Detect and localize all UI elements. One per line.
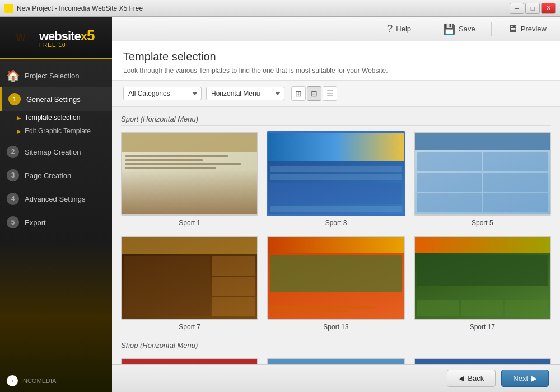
s3-row4 bbox=[270, 206, 401, 212]
close-button[interactable]: ✕ bbox=[541, 3, 556, 14]
s1-img bbox=[122, 170, 257, 214]
view-btn-medium[interactable]: ⊟ bbox=[307, 86, 321, 101]
template-grid-shop: Shop 1 bbox=[121, 358, 551, 364]
template-card-shop3[interactable]: Shop 3 bbox=[414, 358, 551, 364]
app-icon bbox=[4, 4, 13, 13]
s5-cell1 bbox=[417, 152, 482, 171]
s3-top bbox=[268, 133, 403, 161]
home-icon: 🏠 bbox=[7, 69, 19, 82]
template-card-sport7[interactable]: Sport 7 bbox=[121, 236, 258, 331]
thumb-inner-sport13 bbox=[268, 237, 403, 319]
s5-header bbox=[415, 133, 550, 150]
template-card-sport17[interactable]: Sport 17 bbox=[414, 236, 551, 331]
next-button[interactable]: Next ▶ bbox=[501, 370, 549, 387]
template-card-sport13[interactable]: Sport 13 bbox=[267, 236, 404, 331]
shop2-header bbox=[268, 359, 403, 364]
category-filter[interactable]: All Categories Sport Shop Business bbox=[123, 87, 202, 100]
thumb-inner-sport17 bbox=[415, 237, 550, 319]
s5-cell3 bbox=[417, 173, 482, 192]
thumb-inner-shop2 bbox=[268, 359, 403, 364]
s17-cell3 bbox=[505, 300, 548, 316]
preview-button[interactable]: 🖥 Preview bbox=[503, 21, 551, 37]
filter-bar: All Categories Sport Shop Business Horiz… bbox=[112, 81, 560, 107]
save-label: Save bbox=[459, 25, 475, 33]
back-button[interactable]: ◀ Back bbox=[447, 370, 496, 387]
template-area: Sport (Horizontal Menu) bbox=[112, 107, 560, 364]
toolbar-sep-1 bbox=[427, 22, 427, 36]
help-button[interactable]: ? Help bbox=[382, 21, 416, 37]
sidebar-label-advanced: Advanced Settings bbox=[25, 195, 85, 203]
s13-img bbox=[270, 255, 401, 292]
sidebar-label-sitemap: Sitemap Creation bbox=[25, 148, 81, 156]
sidebar-label-project: Project Selection bbox=[25, 72, 80, 80]
sidebar-subitem-template-selection[interactable]: ▶ Template selection bbox=[0, 111, 112, 124]
category-sport-label: Sport (Horizontal Menu) bbox=[121, 114, 551, 126]
view-buttons: ⊞ ⊟ ☰ bbox=[291, 86, 337, 101]
shop3-header bbox=[415, 359, 550, 364]
sub-item-label-template: Template selection bbox=[25, 114, 80, 122]
s5-cell6 bbox=[483, 193, 548, 212]
thumb-inner-sport3 bbox=[268, 133, 403, 214]
s17-header bbox=[415, 237, 550, 253]
menu-filter[interactable]: Horizontal Menu Vertical Menu Drop-down … bbox=[206, 87, 284, 100]
content-area: ? Help 💾 Save 🖥 Preview Template selecti… bbox=[112, 17, 560, 392]
template-thumb-sport5 bbox=[414, 132, 551, 216]
template-card-shop1[interactable]: Shop 1 bbox=[121, 358, 258, 364]
sidebar-item-export[interactable]: 5 Export bbox=[0, 211, 112, 234]
s3-row1 bbox=[270, 166, 401, 172]
sidebar-label-general: General Settings bbox=[26, 95, 81, 104]
save-button[interactable]: 💾 Save bbox=[438, 21, 480, 38]
back-arrow: ◀ bbox=[459, 374, 464, 382]
arrow-icon-2: ▶ bbox=[17, 128, 21, 134]
sub-items: ▶ Template selection ▶ Edit Graphic Temp… bbox=[0, 111, 112, 140]
template-card-sport3[interactable]: Sport 3 bbox=[267, 132, 404, 227]
sidebar-item-project-selection[interactable]: 🏠 Project Selection bbox=[0, 64, 112, 87]
view-btn-large[interactable]: ☰ bbox=[323, 86, 337, 101]
logo-text-group: websitex5 FREE 10 bbox=[39, 27, 94, 48]
s7-body bbox=[124, 256, 255, 316]
template-thumb-shop2 bbox=[267, 358, 404, 364]
sidebar-item-page-creation[interactable]: 3 Page Creation bbox=[0, 164, 112, 187]
template-card-sport5[interactable]: Sport 5 bbox=[414, 132, 551, 227]
window-controls: ─ □ ✕ bbox=[510, 3, 556, 14]
s7-header bbox=[122, 237, 257, 254]
s17-footer bbox=[417, 300, 548, 316]
back-label: Back bbox=[468, 374, 484, 382]
maximize-button[interactable]: □ bbox=[525, 3, 540, 14]
thumb-inner-sport5 bbox=[415, 133, 550, 214]
sidebar-item-general-settings[interactable]: 1 General Settings bbox=[0, 87, 112, 111]
s13-line1 bbox=[270, 306, 375, 309]
template-thumb-sport7 bbox=[121, 236, 258, 320]
nav-items: 🏠 Project Selection 1 General Settings ▶… bbox=[0, 59, 112, 370]
sidebar-label-page: Page Creation bbox=[25, 171, 71, 180]
s17-img bbox=[417, 255, 548, 286]
view-btn-small[interactable]: ⊞ bbox=[291, 86, 306, 101]
next-label: Next bbox=[513, 374, 528, 382]
page-title: Template selection bbox=[123, 50, 549, 63]
template-name-sport7: Sport 7 bbox=[179, 323, 200, 331]
preview-icon: 🖥 bbox=[507, 23, 517, 35]
sidebar-item-advanced[interactable]: 4 Advanced Settings bbox=[0, 187, 112, 211]
thumb-inner-shop3 bbox=[415, 359, 550, 364]
minimize-button[interactable]: ─ bbox=[510, 3, 524, 14]
help-label: Help bbox=[396, 25, 411, 33]
template-thumb-shop3 bbox=[414, 358, 551, 364]
logo-free: FREE 10 bbox=[39, 42, 94, 48]
s3-row3 bbox=[270, 183, 401, 204]
incomedia-label: INCOMEDIA bbox=[21, 377, 56, 384]
sitemap-num: 2 bbox=[7, 146, 19, 158]
template-thumb-sport1 bbox=[121, 132, 258, 216]
arrow-icon: ▶ bbox=[17, 115, 21, 121]
template-card-sport1[interactable]: Sport 1 bbox=[121, 132, 258, 227]
sidebar-item-sitemap[interactable]: 2 Sitemap Creation bbox=[0, 140, 112, 164]
s5-grid bbox=[417, 152, 548, 212]
sidebar-subitem-edit-graphic[interactable]: ▶ Edit Graphic Template bbox=[0, 124, 112, 138]
export-num: 5 bbox=[7, 216, 19, 228]
general-settings-num: 1 bbox=[8, 93, 21, 105]
thumb-inner-shop1 bbox=[122, 359, 257, 364]
logo-five: 5 bbox=[87, 27, 94, 44]
s5-cell5 bbox=[417, 193, 482, 212]
template-thumb-sport3 bbox=[267, 132, 404, 216]
template-card-shop2[interactable]: Shop 2 bbox=[267, 358, 404, 364]
page-description: Look through the various Templates to fi… bbox=[123, 67, 549, 74]
